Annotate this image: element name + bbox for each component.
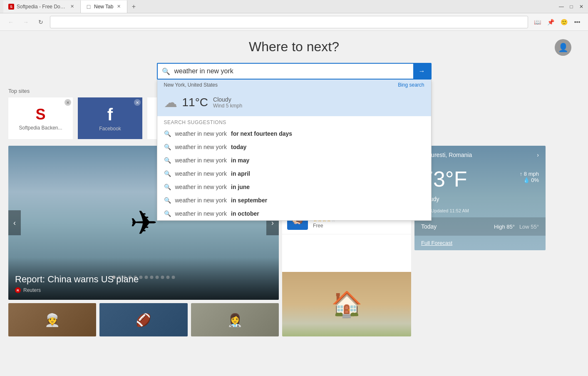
suggestion-3[interactable]: 🔍 weather in new york in april — [157, 167, 431, 180]
main-content: Where to next? 👤 🔍 weather in new york →… — [0, 31, 588, 376]
cloud-icon: ☁ — [164, 95, 177, 110]
suggestion-search-icon-2: 🔍 — [164, 157, 171, 164]
tab-icon-softpedia: S — [8, 4, 14, 10]
weather-panel-condition: Cloudy — [414, 196, 546, 207]
suggestion-5[interactable]: 🔍 weather in new york in september — [157, 194, 431, 207]
search-container: 🔍 weather in new york → New York, United… — [8, 63, 580, 80]
weather-expand-icon[interactable]: › — [537, 152, 539, 158]
weather-temp-value: 11°C — [182, 96, 208, 109]
source-icon: R — [15, 287, 21, 293]
suggestion-2[interactable]: 🔍 weather in new york in may — [157, 154, 431, 167]
suggestion-search-icon-3: 🔍 — [164, 170, 171, 177]
bottom-news-item-0[interactable]: 👳 — [8, 303, 96, 336]
bing-search-label[interactable]: Bing search — [398, 82, 424, 88]
suggestion-search-icon-0: 🔍 — [164, 130, 171, 137]
nav-right-icons: 📖 📌 🙂 ••• — [531, 16, 583, 28]
full-forecast-link[interactable]: Full Forecast — [414, 236, 546, 250]
pin-button[interactable]: 📌 — [545, 16, 556, 28]
refresh-button[interactable]: ↻ — [35, 16, 47, 28]
weather-right-info: ↑ 8 mph 💧 0% — [520, 167, 539, 183]
wind-info: ↑ 8 mph — [520, 171, 539, 177]
search-dropdown: New York, United States Bing search ☁ 11… — [157, 80, 432, 221]
site-icon-facebook: f — [107, 105, 113, 124]
suggestion-search-icon-1: 🔍 — [164, 144, 171, 150]
rain-info: 💧 0% — [520, 177, 539, 183]
back-button[interactable]: ← — [5, 16, 17, 28]
weather-updated: Last Updated 11:52 AM — [414, 207, 546, 217]
tab-newtab[interactable]: □ New Tab ✕ — [81, 0, 127, 13]
search-icon: 🔍 — [158, 67, 174, 75]
weather-location: New York, United States — [164, 82, 218, 88]
tab-close-newtab[interactable]: ✕ — [116, 3, 122, 10]
window-controls: — □ ✕ — [558, 3, 585, 10]
search-input-row: 🔍 weather in new york → — [157, 63, 432, 80]
site-icon-softpedia: S — [35, 106, 45, 123]
address-bar[interactable] — [50, 16, 528, 28]
weather-condition: Cloudy — [213, 96, 242, 103]
page-title: Where to next? — [8, 39, 580, 55]
site-tile-softpedia[interactable]: ✕ S Softpedia Backen... — [8, 97, 73, 139]
nav-bar: ← → ↻ 📖 📌 🙂 ••• — [0, 13, 588, 31]
site-label-softpedia: Softpedia Backen... — [19, 125, 62, 131]
search-wrapper: 🔍 weather in new york → New York, United… — [157, 63, 432, 80]
app-price-2: Free — [313, 223, 406, 229]
site-label-facebook: Facebook — [99, 126, 121, 132]
suggestion-6[interactable]: 🔍 weather in new york in october — [157, 207, 431, 220]
forecast-today-temps: High 85° Low 55° — [494, 224, 539, 230]
suggestion-search-icon-6: 🔍 — [164, 210, 171, 217]
search-suggestions-label: Search suggestions — [157, 116, 431, 127]
right-col: Bucuresti, Romania › 73°F ↑ 8 mph 💧 0% C… — [414, 146, 546, 336]
search-input[interactable]: weather in new york — [174, 67, 413, 75]
maximize-button[interactable]: □ — [568, 3, 575, 10]
carousel-prev-button[interactable]: ‹ — [8, 210, 21, 235]
tab-label-softpedia: Softpedia - Free Downloads En — [17, 4, 67, 10]
forecast-today-label: Today — [421, 223, 437, 230]
site-close-softpedia[interactable]: ✕ — [65, 99, 71, 106]
weather-main: 73°F ↑ 8 mph 💧 0% — [414, 162, 546, 196]
reading-mode-button[interactable]: 📖 — [531, 16, 543, 28]
user-avatar[interactable]: 👤 — [555, 39, 571, 56]
weather-result: ☁ 11°C Cloudy Wind 5 kmph — [157, 89, 431, 116]
suggestion-4[interactable]: 🔍 weather in new york in june — [157, 180, 431, 194]
site-tile-facebook[interactable]: ✕ f Facebook — [78, 97, 142, 139]
weather-wind: Wind 5 kmph — [213, 103, 242, 109]
tabs-container: S Softpedia - Free Downloads En ✕ □ New … — [3, 0, 558, 13]
minimize-button[interactable]: — — [558, 3, 565, 10]
tab-close-softpedia[interactable]: ✕ — [69, 3, 75, 10]
weather-header: Bucuresti, Romania › — [414, 146, 546, 162]
weather-panel: Bucuresti, Romania › 73°F ↑ 8 mph 💧 0% C… — [414, 146, 546, 250]
search-submit-button[interactable]: → — [413, 63, 431, 80]
add-tab-button[interactable]: + — [127, 0, 140, 13]
bottom-news: 👳 🏈 👩‍⚕️ — [8, 303, 279, 336]
news-source: R Reuters — [15, 287, 272, 293]
new-tab-page: Where to next? 👤 🔍 weather in new york →… — [0, 31, 588, 376]
more-button[interactable]: ••• — [571, 16, 583, 28]
weather-left: ☁ 11°C Cloudy Wind 5 kmph — [164, 95, 243, 110]
emoji-button[interactable]: 🙂 — [558, 16, 570, 28]
news-overlay: Report: China warns US plane R Reuters — [8, 257, 279, 300]
forecast-today: Today High 85° Low 55° — [421, 222, 539, 231]
site-close-facebook[interactable]: ✕ — [134, 99, 141, 106]
source-name: Reuters — [23, 287, 41, 293]
bottom-news-item-2[interactable]: 👩‍⚕️ — [191, 303, 279, 336]
forward-button[interactable]: → — [20, 16, 32, 28]
tab-icon-newtab: □ — [86, 4, 92, 10]
news-title[interactable]: Report: China warns US plane — [15, 274, 272, 285]
close-button[interactable]: ✕ — [578, 3, 585, 10]
bottom-news-item-1[interactable]: 🏈 — [99, 303, 187, 336]
forecast-today-high: High 85° — [494, 224, 515, 230]
house-image: 🏠 — [282, 272, 411, 336]
weather-location-row: New York, United States Bing search — [157, 80, 431, 89]
tab-label-newtab: New Tab — [94, 4, 113, 10]
tab-softpedia[interactable]: S Softpedia - Free Downloads En ✕ — [3, 0, 81, 13]
forecast-today-low: Low 55° — [519, 224, 539, 230]
page-header: Where to next? 👤 — [8, 39, 580, 55]
title-bar: S Softpedia - Free Downloads En ✕ □ New … — [0, 0, 588, 13]
suggestion-0[interactable]: 🔍 weather in new york for next fourteen … — [157, 127, 431, 140]
weather-forecast: Today High 85° Low 55° — [414, 217, 546, 236]
suggestion-search-icon-4: 🔍 — [164, 184, 171, 190]
suggestion-1[interactable]: 🔍 weather in new york today — [157, 140, 431, 154]
suggestion-search-icon-5: 🔍 — [164, 197, 171, 204]
